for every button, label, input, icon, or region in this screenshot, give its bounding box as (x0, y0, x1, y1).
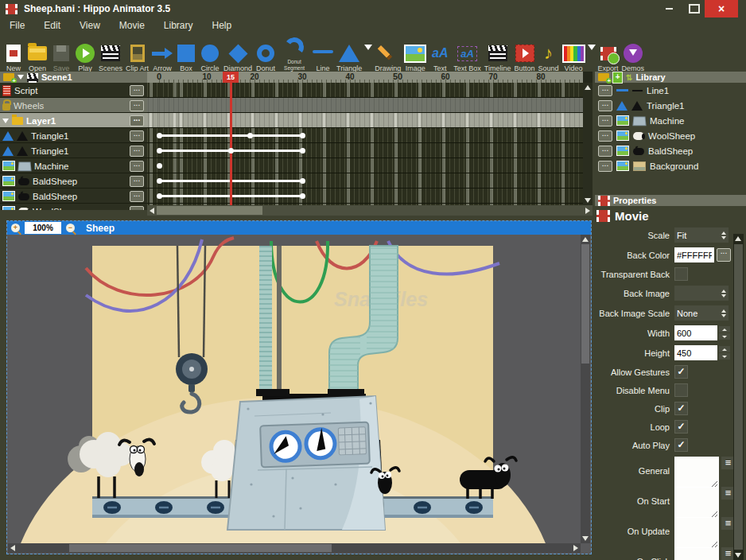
open-button[interactable]: Open (25, 43, 49, 72)
scroll-left-icon[interactable] (10, 545, 15, 551)
keyframe-dot[interactable] (300, 178, 305, 184)
add-folder-icon[interactable] (598, 73, 609, 81)
keyframe-dot[interactable] (300, 133, 305, 138)
frames-row-wheels[interactable] (147, 98, 583, 113)
frames-row-triangle1[interactable] (147, 128, 583, 143)
add-item-icon[interactable]: + (612, 72, 623, 84)
new-button[interactable]: New (2, 43, 25, 72)
minimize-button[interactable] (659, 0, 679, 18)
line-tool-button[interactable]: Line (311, 43, 335, 72)
clip-checkbox[interactable]: ✓ (674, 402, 688, 415)
scroll-up-icon[interactable] (582, 237, 589, 242)
item-options-button[interactable]: ... (598, 146, 612, 157)
clipart-button[interactable]: Clip Art (124, 43, 150, 72)
loop-checkbox[interactable]: ✓ (674, 420, 688, 434)
menu-view[interactable]: View (70, 18, 110, 33)
tree-row-script[interactable]: Script... (0, 83, 147, 98)
keyframe-dot[interactable] (157, 178, 162, 184)
triangle-tool-button[interactable]: Triangle (335, 43, 363, 72)
donut-segment-tool-button[interactable]: Donut Segment (278, 37, 311, 72)
scenes-button[interactable]: Scenes (97, 43, 124, 72)
timeline-horizontal-scrollbar[interactable] (147, 205, 593, 216)
menu-help[interactable]: Help (203, 18, 242, 33)
row-options-button[interactable]: ... (130, 191, 144, 202)
row-options-button[interactable]: ... (130, 206, 144, 210)
media-dropdown-icon[interactable] (588, 45, 596, 50)
height-input[interactable] (674, 345, 717, 360)
row-options-button[interactable]: ... (130, 146, 144, 157)
machine[interactable] (227, 389, 385, 530)
scene-expand-icon[interactable] (17, 75, 24, 80)
frames-row-baldsheep2[interactable] (147, 189, 583, 204)
row-options-button[interactable]: ... (130, 100, 144, 111)
item-options-button[interactable]: ... (598, 115, 612, 126)
diamond-tool-button[interactable]: Diamond (222, 43, 254, 72)
frames-row-triangle1b[interactable] (147, 143, 583, 158)
menu-library[interactable]: Library (154, 18, 203, 33)
add-scene-icon[interactable] (3, 73, 14, 81)
scroll-up-icon[interactable] (735, 236, 741, 241)
play-button[interactable]: Play (73, 43, 97, 72)
auto-play-checkbox[interactable]: ✓ (674, 438, 688, 452)
disable-menu-checkbox[interactable] (674, 383, 688, 397)
scroll-down-icon[interactable] (585, 198, 591, 203)
scene-tab-sheep[interactable]: Sheep (86, 223, 115, 234)
scrollbar-thumb[interactable] (734, 244, 743, 550)
demos-button[interactable]: Demos (620, 43, 647, 72)
textbox-tool-button[interactable]: aAText Box (452, 43, 483, 72)
box-tool-button[interactable]: Box (174, 43, 198, 72)
keyframe-dot[interactable] (300, 148, 305, 154)
library-item-triangle1[interactable]: ...Triangle1 (595, 98, 746, 113)
menu-movie[interactable]: Movie (110, 18, 154, 33)
library-item-background[interactable]: ...Background (595, 158, 746, 173)
library-item-machine[interactable]: ...Machine (595, 113, 746, 128)
canvas-vertical-scrollbar[interactable] (581, 235, 590, 543)
width-decrement-button[interactable] (719, 333, 730, 340)
row-options-button[interactable]: ... (130, 176, 144, 187)
frames-row-machine[interactable] (147, 158, 583, 173)
allow-gestures-checkbox[interactable]: ✓ (674, 365, 688, 379)
button-tool-button[interactable]: Button (512, 43, 536, 72)
drawing-tool-button[interactable]: Drawing (373, 43, 402, 72)
item-options-button[interactable]: ... (598, 130, 612, 142)
item-options-button[interactable]: ... (598, 100, 612, 111)
playhead-marker[interactable]: 15 (223, 72, 239, 83)
row-options-button[interactable]: ... (130, 161, 144, 172)
video-button[interactable]: Video (561, 43, 587, 72)
tree-row-woolsheep[interactable]: WoolSheep... (0, 204, 147, 210)
width-input[interactable] (674, 325, 717, 340)
keyframe-dot[interactable] (247, 133, 253, 138)
row-options-button[interactable]: ... (130, 85, 144, 96)
item-options-button[interactable]: ... (598, 161, 612, 172)
scroll-down-icon[interactable] (582, 536, 589, 541)
keyframe-dot[interactable] (300, 193, 305, 199)
transparent-back-checkbox[interactable] (674, 267, 688, 281)
scale-select[interactable]: Fit (674, 228, 729, 243)
frames-row-layer1[interactable] (147, 113, 583, 128)
zoom-level-input[interactable] (25, 222, 61, 234)
frames-row-baldsheep[interactable] (147, 173, 583, 189)
frames-row-script[interactable] (147, 83, 583, 98)
keyframe-dot[interactable] (228, 148, 234, 154)
text-tool-button[interactable]: aAText (428, 43, 452, 72)
sort-icon[interactable]: ⇅ (626, 73, 632, 82)
playhead-line[interactable] (230, 83, 232, 205)
scroll-up-icon[interactable] (585, 85, 591, 90)
keyframe-dot[interactable] (157, 148, 162, 154)
timeline-ruler[interactable]: 0 10 20 30 40 50 60 70 80 15 (147, 72, 583, 83)
tree-row-baldsheep2[interactable]: BaldSheep... (0, 189, 147, 204)
height-decrement-button[interactable] (719, 353, 730, 360)
sound-button[interactable]: ♪Sound (537, 43, 561, 72)
tree-row-triangle1[interactable]: Triangle1... (0, 128, 147, 143)
canvas-viewport[interactable]: SnapFiles (8, 235, 581, 543)
close-button[interactable]: × (705, 0, 738, 18)
back-image-scale-select[interactable]: None (674, 305, 729, 321)
general-script-box[interactable] (674, 457, 719, 488)
donut-tool-button[interactable]: Donut (254, 43, 278, 72)
back-image-select[interactable] (674, 286, 729, 301)
scrollbar-thumb[interactable] (69, 544, 332, 552)
scrollbar-thumb[interactable] (581, 244, 589, 364)
row-options-button[interactable]: ... (130, 130, 144, 142)
properties-scrollbar[interactable] (733, 234, 744, 560)
on-start-script-box[interactable] (674, 487, 719, 519)
